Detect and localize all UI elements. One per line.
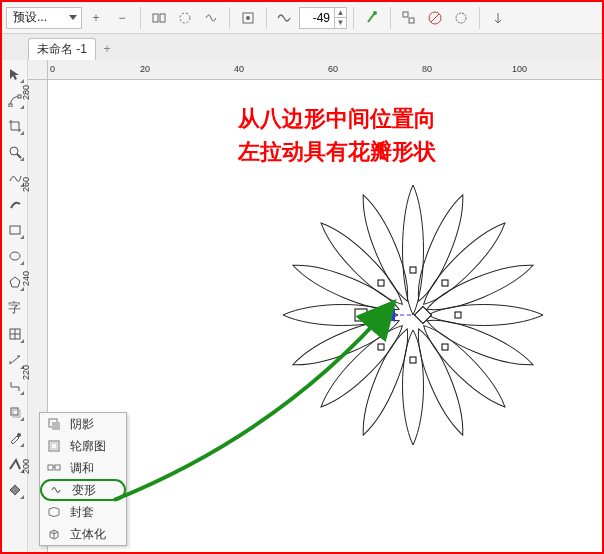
separator: [479, 7, 480, 29]
crop-tool-icon[interactable]: [5, 116, 25, 136]
effects-flyout-menu: 阴影 轮廓图 调和 变形 封套 立体化: [39, 412, 127, 546]
amplitude-field[interactable]: ▲▼: [299, 7, 347, 29]
svg-rect-36: [355, 309, 367, 321]
svg-rect-43: [48, 465, 53, 470]
svg-line-14: [17, 154, 21, 158]
extrude-icon: [46, 526, 62, 542]
svg-point-4: [246, 16, 250, 20]
svg-rect-31: [410, 357, 416, 363]
flyout-item-extrude[interactable]: 立体化: [40, 523, 126, 545]
svg-line-21: [10, 356, 20, 364]
flyout-item-blend[interactable]: 调和: [40, 457, 126, 479]
app-window: 预设... + − ▲▼: [0, 0, 604, 554]
document-tab-bar: 未命名 -1 +: [2, 34, 602, 60]
svg-rect-29: [455, 312, 461, 318]
annotation-line2: 左拉动具有花瓣形状: [238, 135, 592, 168]
svg-rect-7: [409, 18, 414, 23]
effects-tool-icon[interactable]: [5, 402, 25, 422]
flyout-label: 立体化: [70, 526, 106, 543]
flyout-item-contour[interactable]: 轮廓图: [40, 435, 126, 457]
preset-dropdown[interactable]: 预设...: [6, 7, 82, 29]
flyout-item-envelope[interactable]: 封套: [40, 501, 126, 523]
ruler-corner[interactable]: [28, 60, 48, 80]
flyout-label: 轮廓图: [70, 438, 106, 455]
ruler-number: 0: [50, 64, 55, 74]
ruler-number: 200: [21, 459, 31, 474]
flyout-item-distort[interactable]: 变形: [40, 479, 126, 501]
flyout-label: 阴影: [70, 416, 94, 433]
drawing-canvas[interactable]: 从八边形中间位置向 左拉动具有花瓣形状: [48, 80, 602, 552]
property-bar: 预设... + − ▲▼: [2, 2, 602, 34]
center-distortion-icon[interactable]: [397, 6, 421, 30]
toolbox: 字: [2, 60, 28, 552]
svg-rect-40: [52, 422, 60, 430]
ruler-number: 220: [21, 365, 31, 380]
add-preset-button[interactable]: +: [84, 6, 108, 30]
distort-icon: [48, 482, 64, 498]
eyedropper-tool-icon[interactable]: [5, 428, 25, 448]
separator: [353, 7, 354, 29]
table-tool-icon[interactable]: [5, 324, 25, 344]
separator: [229, 7, 230, 29]
svg-rect-34: [378, 280, 384, 286]
svg-rect-32: [378, 344, 384, 350]
amplitude-icon[interactable]: [273, 6, 297, 30]
flower-shape[interactable]: [268, 170, 558, 463]
svg-rect-44: [55, 465, 60, 470]
distortion-anchor-icon[interactable]: [236, 6, 260, 30]
ruler-number: 280: [21, 85, 31, 100]
svg-rect-28: [442, 280, 448, 286]
amplitude-input[interactable]: [300, 11, 334, 25]
svg-rect-27: [410, 267, 416, 273]
add-node-icon[interactable]: [360, 6, 384, 30]
spinner[interactable]: ▲▼: [334, 8, 346, 28]
remove-preset-button[interactable]: −: [110, 6, 134, 30]
svg-rect-15: [10, 226, 20, 234]
svg-point-5: [373, 11, 377, 15]
flyout-label: 封套: [70, 504, 94, 521]
svg-line-9: [431, 14, 439, 22]
new-tab-button[interactable]: +: [96, 38, 118, 60]
svg-rect-11: [9, 104, 12, 107]
ruler-number: 40: [234, 64, 244, 74]
chevron-down-icon: [69, 15, 77, 20]
zipper-icon[interactable]: [173, 6, 197, 30]
separator: [140, 7, 141, 29]
push-pull-icon[interactable]: [147, 6, 171, 30]
horizontal-ruler[interactable]: 0 20 40 60 80 100: [48, 60, 602, 80]
preset-label: 预设...: [13, 9, 47, 26]
tab-active[interactable]: 未命名 -1: [28, 38, 96, 60]
annotation-line1: 从八边形中间位置向: [238, 102, 592, 135]
ruler-number: 20: [140, 64, 150, 74]
ruler-number: 240: [21, 271, 31, 286]
svg-rect-42: [51, 443, 57, 449]
ruler-number: 100: [512, 64, 527, 74]
ellipse-tool-icon[interactable]: [5, 246, 25, 266]
ruler-number: 260: [21, 177, 31, 192]
flyout-label: 调和: [70, 460, 94, 477]
svg-marker-17: [10, 277, 20, 287]
svg-rect-6: [403, 12, 408, 17]
separator: [390, 7, 391, 29]
copy-props-icon[interactable]: [486, 6, 510, 30]
smart-draw-tool-icon[interactable]: [5, 194, 25, 214]
svg-point-13: [10, 147, 18, 155]
separator: [266, 7, 267, 29]
shadow-icon: [46, 416, 62, 432]
convert-curve-icon[interactable]: [423, 6, 447, 30]
blend-icon: [46, 460, 62, 476]
contour-icon: [46, 438, 62, 454]
text-tool-icon[interactable]: 字: [5, 298, 25, 318]
flyout-item-shadow[interactable]: 阴影: [40, 413, 126, 435]
twister-icon[interactable]: [199, 6, 223, 30]
svg-point-2: [180, 13, 190, 23]
clear-distortion-icon[interactable]: [449, 6, 473, 30]
pick-tool-icon[interactable]: [5, 64, 25, 84]
zoom-tool-icon[interactable]: [5, 142, 25, 162]
flyout-label: 变形: [72, 482, 96, 499]
svg-point-10: [456, 13, 466, 23]
ruler-number: 80: [422, 64, 432, 74]
fill-tool-icon[interactable]: [5, 480, 25, 500]
tab-label: 未命名 -1: [37, 41, 87, 58]
rectangle-tool-icon[interactable]: [5, 220, 25, 240]
